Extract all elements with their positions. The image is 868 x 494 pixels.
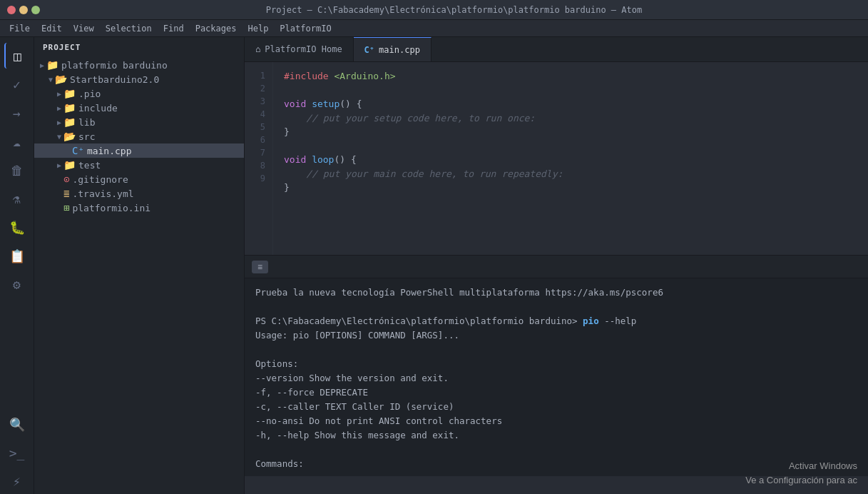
code-line-8: // put your main code here, to run repea… [284, 167, 857, 181]
titlebar: Project — C:\Fabacademy\Electrónica\plat… [0, 0, 868, 20]
terminal-toolbar: ≡ [245, 256, 868, 278]
sidebar-item-label: main.cpp [87, 146, 132, 156]
sidebar-item-label: .gitignore [72, 174, 128, 185]
home-icon: ⌂ [255, 44, 260, 54]
code-content[interactable]: #include <Arduino.h> void setup() { // p… [273, 62, 868, 255]
menu-item-packages[interactable]: Packages [190, 22, 242, 35]
folder-icon: 📁 [63, 116, 76, 128]
activity-power[interactable]: ⚡ [4, 468, 30, 494]
terminal-line-empty2 [255, 343, 857, 357]
terminal-line-empty3 [255, 443, 857, 457]
sidebar-item-travis[interactable]: ▶ ≣ .travis.yml [34, 186, 244, 201]
traffic-lights [7, 6, 40, 14]
activity-cloud[interactable]: ☁ [4, 128, 30, 154]
line-num-1: 1 [252, 69, 265, 82]
sidebar-item-src[interactable]: ▼ 📂 src [34, 129, 244, 143]
terminal-command: pio [583, 316, 599, 326]
sidebar-item-platformio-ini[interactable]: ▶ ⊞ platformio.ini [34, 201, 244, 215]
line-numbers: 1 2 3 4 5 6 7 8 9 [245, 62, 273, 255]
code-line-4: // put your setup code here, to run once… [284, 111, 857, 126]
sidebar-item-label: .pio [78, 89, 101, 99]
close-button[interactable] [7, 6, 16, 14]
activity-bug[interactable]: 🐛 [4, 214, 30, 240]
sidebar-item-include[interactable]: ▶ 📁 include [34, 101, 244, 115]
terminal-line-options-header: Options: [255, 357, 857, 371]
activity-settings2[interactable]: ⚙ [4, 271, 30, 297]
menu-item-edit[interactable]: Edit [36, 22, 68, 35]
tab-platformio-home[interactable]: ⌂ PlatformIO Home [245, 37, 354, 61]
activity-explorer[interactable]: ◫ [4, 43, 30, 69]
menu-item-view[interactable]: View [68, 22, 100, 35]
sidebar-item-startbarduino[interactable]: ▼ 📂 Startbarduino2.0 [34, 72, 244, 86]
code-line-1: #include <Arduino.h> [284, 69, 857, 84]
menu-item-find[interactable]: Find [158, 22, 190, 35]
terminal-line-empty1 [255, 300, 857, 314]
folder-icon: 📁 [63, 102, 76, 114]
code-line-5: } [284, 125, 857, 139]
terminal-line-usage: Usage: pio [OPTIONS] COMMAND [ARGS]... [255, 328, 857, 343]
chevron-right-icon: ▶ [57, 161, 61, 169]
sidebar-item-pio[interactable]: ▶ 📁 .pio [34, 86, 244, 101]
sidebar-item-main-cpp[interactable]: ▶ C⁺ main.cpp [34, 143, 244, 158]
terminal-content[interactable]: Prueba la nueva tecnología PowerShell mu… [245, 278, 868, 476]
folder-icon: 📁 [46, 59, 58, 71]
menu-item-help[interactable]: Help [242, 22, 274, 35]
chevron-right-icon: ▶ [40, 61, 44, 69]
tab-label: main.cpp [379, 45, 420, 55]
code-line-7: void loop() { [284, 153, 857, 167]
sidebar-item-label: lib [78, 117, 95, 128]
menu-item-file[interactable]: File [4, 22, 36, 35]
sidebar-header: Project [34, 37, 244, 58]
minimize-button[interactable] [19, 6, 28, 14]
sidebar-item-platformio-barduino[interactable]: ▶ 📁 platformio barduino [34, 58, 244, 72]
sidebar-item-test[interactable]: ▶ 📁 test [34, 158, 244, 172]
chevron-right-icon: ▶ [57, 104, 61, 112]
activity-check[interactable]: ✓ [4, 71, 30, 97]
code-line-6 [284, 139, 857, 153]
code-line-3: void setup() { [284, 97, 857, 111]
menu-item-selection[interactable]: Selection [100, 22, 158, 35]
activity-report[interactable]: 📋 [4, 243, 30, 268]
content-area: ⌂ PlatformIO Home C⁺ main.cpp 1 2 3 4 5 … [245, 37, 868, 494]
line-num-9: 9 [252, 172, 265, 185]
sidebar: Project ▶ 📁 platformio barduino ▼ 📂 Star… [34, 37, 245, 494]
sidebar-item-gitignore[interactable]: ▶ ⊙ .gitignore [34, 172, 244, 186]
line-num-8: 8 [252, 159, 265, 172]
activity-search[interactable]: 🔍 [4, 411, 30, 437]
sidebar-item-label: platformio.ini [72, 203, 150, 213]
sidebar-item-label: Startbarduino2.0 [70, 74, 159, 85]
folder-icon: 📁 [63, 88, 76, 99]
activity-flask[interactable]: ⚗ [4, 186, 30, 211]
activity-bar: ◫ ✓ → ☁ 🗑 ⚗ 🐛 📋 ⚙ 🔍 >_ ⚡ [0, 37, 34, 494]
line-num-2: 2 [252, 82, 265, 95]
terminal-path: PS C:\Fabacademy\Electrónica\platformio\… [255, 316, 583, 326]
line-num-6: 6 [252, 133, 265, 146]
chevron-down-icon: ▼ [48, 76, 53, 84]
terminal-args: --help [599, 316, 637, 326]
chevron-right-icon: ▶ [57, 90, 61, 98]
folder-icon: 📁 [63, 159, 76, 171]
line-num-3: 3 [252, 95, 265, 108]
menu-item-platformio[interactable]: PlatformIO [274, 22, 337, 35]
code-editor[interactable]: 1 2 3 4 5 6 7 8 9 #include <Arduino.h> v… [245, 62, 868, 255]
terminal-line-force: -f, --force DEPRECATE [255, 385, 857, 400]
main-layout: ◫ ✓ → ☁ 🗑 ⚗ 🐛 📋 ⚙ 🔍 >_ ⚡ Project ▶ 📁 pla… [0, 37, 868, 494]
window-title: Project — C:\Fabacademy\Electrónica\plat… [47, 5, 861, 15]
maximize-button[interactable] [31, 6, 40, 14]
activity-trash[interactable]: 🗑 [4, 157, 30, 183]
sidebar-item-lib[interactable]: ▶ 📁 lib [34, 115, 244, 129]
line-num-5: 5 [252, 121, 265, 133]
sidebar-item-label: .travis.yml [72, 188, 133, 199]
menubar: FileEditViewSelectionFindPackagesHelpPla… [0, 20, 868, 37]
terminal-line-info: Prueba la nueva tecnología PowerShell mu… [255, 286, 857, 300]
chevron-down-icon: ▼ [57, 133, 61, 141]
activity-arrow[interactable]: → [4, 100, 30, 126]
terminal-line-cmd: PS C:\Fabacademy\Electrónica\platformio\… [255, 314, 857, 328]
tab-main-cpp[interactable]: C⁺ main.cpp [354, 37, 432, 61]
terminal-menu-button[interactable]: ≡ [252, 261, 268, 273]
activity-terminal[interactable]: >_ [4, 440, 30, 465]
chevron-right-icon: ▶ [57, 119, 61, 126]
terminal-line-version: --version Show the version and exit. [255, 371, 857, 385]
cpp-tab-icon: C⁺ [364, 45, 374, 55]
cpp-file-icon: C⁺ [72, 145, 84, 156]
